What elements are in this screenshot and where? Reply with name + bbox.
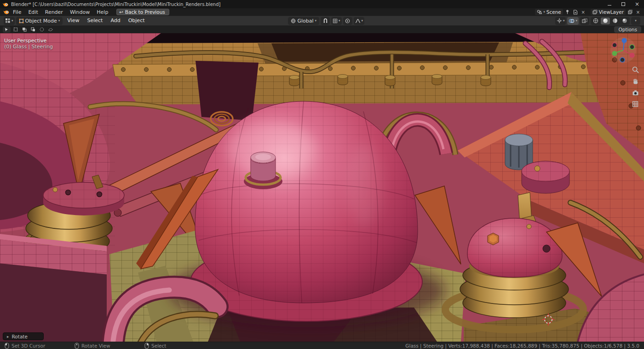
editor-type-button[interactable]: ▾ [4,17,15,25]
menu-file[interactable]: File [10,9,24,16]
chevron-right-icon: ▸ [7,334,9,339]
hand-icon [632,78,639,85]
title-bar: Blender* [C:\Users\bazil\Documents\Proje… [0,0,644,8]
mouse-middle-icon [75,343,79,349]
new-viewlayer-button[interactable] [627,9,633,15]
select-mode-intersect-button[interactable] [46,27,54,33]
select-mode-invert-button[interactable] [38,27,46,33]
menu-select[interactable]: Select [84,16,106,25]
hint-select: Select [144,343,214,349]
zoom-icon [632,66,639,73]
select-extend-icon [22,27,27,32]
blender-logo-icon [3,10,9,14]
pin-icon [565,10,569,14]
shading-solid-button[interactable] [601,17,610,24]
axis-gizmo-icon [609,36,638,64]
unlink-scene-button[interactable]: × [580,9,586,15]
zoom-tool-button[interactable] [631,65,639,74]
blender-window: Blender* [C:\Users\bazil\Documents\Proje… [0,0,644,349]
snap-target-selector[interactable]: ▾ [331,17,342,25]
viewport-3d-scene[interactable] [0,33,644,342]
scene-selector[interactable]: ▾ Scene [535,9,563,15]
select-mode-set-button[interactable] [12,27,19,33]
menu-object[interactable]: Object [125,16,148,25]
snap-toggle-button[interactable] [321,17,330,25]
gizmo-icon [557,18,562,23]
chevron-down-icon: ▾ [12,19,13,23]
select-invert-icon [40,27,44,32]
select-subtract-icon [31,27,35,32]
select-set-icon [13,27,18,32]
maximize-button[interactable] [616,0,630,8]
overlays-icon [569,18,575,23]
chevron-down-icon: ▾ [58,19,60,23]
active-tool-button[interactable] [3,27,11,33]
minimize-button[interactable] [603,0,616,8]
show-gizmo-selector[interactable]: ▾ [555,17,566,25]
menu-help[interactable]: Help [93,9,111,16]
object-mode-icon [19,18,24,23]
select-mode-subtract-button[interactable] [29,27,37,33]
camera-view-button[interactable] [631,88,639,97]
viewport-3d[interactable]: Options [0,26,644,342]
maximize-icon [621,2,625,6]
minimize-icon [608,5,611,6]
pan-tool-button[interactable] [631,77,639,85]
shading-material-icon [612,18,618,23]
shading-wireframe-icon [593,18,598,23]
ortho-toggle-button[interactable] [631,100,639,108]
proportional-editing-icon [345,18,350,23]
menu-window[interactable]: Window [67,9,93,16]
shading-rendered-icon [622,18,627,23]
blender-menu-button[interactable] [3,9,9,15]
viewport-side-tools [631,65,639,108]
scene-viewlayer-cluster: ▾ Scene × ViewLayer [535,9,641,15]
shading-options-selector[interactable]: ▾ [631,17,640,25]
overlays-selector[interactable]: ▾ [567,17,579,25]
options-button[interactable]: Options [614,26,641,33]
hint-set-3d-cursor: Set 3D Cursor [5,343,75,349]
camera-icon [632,90,639,96]
pin-scene-button[interactable] [564,9,571,15]
editor-3d-viewport-icon [5,18,11,23]
viewport-info-overlay: User Perspective (0) Glass | Steering [4,38,53,50]
chevron-down-icon: ▾ [362,19,363,23]
viewlayer-icon [592,10,598,14]
remove-viewlayer-button[interactable]: × [635,9,641,15]
transform-orientation-selector[interactable]: Global ▾ [288,17,319,25]
menu-render[interactable]: Render [42,9,66,16]
top-menu-bar: File Edit Render Window Help ↩ Back to P… [0,8,644,16]
shading-rendered-button[interactable] [620,17,629,24]
active-collection-label: (0) Glass | Steering [4,44,53,50]
viewport-header: ▾ Object Mode ▾ View Select Add Object [0,16,644,26]
falloff-curve-icon [355,18,361,23]
new-scene-button[interactable] [572,9,579,15]
close-button[interactable]: × [630,0,644,8]
close-icon: × [636,10,640,15]
proportional-falloff-selector[interactable]: ▾ [354,17,365,25]
viewlayer-name: ViewLayer [599,9,624,15]
close-icon: × [581,10,585,15]
operator-label: Rotate [12,334,28,339]
viewlayer-selector[interactable]: ViewLayer [591,9,626,15]
menu-add[interactable]: Add [107,16,123,25]
operator-panel[interactable]: ▸ Rotate [3,332,44,340]
shading-material-button[interactable] [610,17,620,24]
shading-solid-icon [603,18,608,23]
mesh-beam-riveted[interactable] [113,62,616,105]
shading-wireframe-button[interactable] [591,17,600,24]
magnet-icon [323,18,328,23]
mouse-left-icon [5,343,9,349]
chevron-down-icon: ▾ [339,19,340,23]
menu-edit[interactable]: Edit [25,9,41,16]
xray-toggle-button[interactable] [580,17,589,25]
proportional-editing-button[interactable] [343,17,352,25]
mode-selector[interactable]: Object Mode ▾ [16,17,63,25]
menu-view[interactable]: View [64,16,82,25]
copy-icon [628,10,632,14]
select-mode-extend-button[interactable] [20,27,28,33]
navigation-gizmo[interactable] [609,36,638,66]
scene-canvas[interactable] [0,33,644,342]
perspective-label: User Perspective [4,38,53,44]
back-to-previous-button[interactable]: ↩ Back to Previous [116,9,169,15]
